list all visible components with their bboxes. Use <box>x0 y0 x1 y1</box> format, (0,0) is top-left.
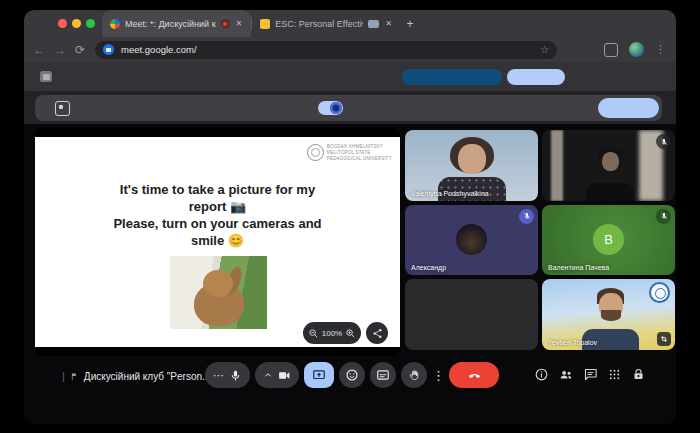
overlay-logo-icon <box>649 282 670 303</box>
logo-line: MELITOPOL STATE <box>327 150 392 155</box>
more-options-button[interactable]: ⋮ <box>432 368 444 383</box>
new-tab-button[interactable]: + <box>401 10 419 37</box>
hand-icon <box>408 369 421 382</box>
participant-face <box>602 152 619 171</box>
site-icon <box>103 44 114 55</box>
address-bar[interactable]: meet.google.com/ ☆ <box>95 41 557 59</box>
leave-call-button[interactable] <box>449 362 499 388</box>
extensions-icon[interactable] <box>604 43 618 57</box>
apps-grid-icon[interactable] <box>607 367 622 382</box>
divider: | <box>62 370 65 382</box>
slide: BOGDAN KHMELNITSKY MELITOPOL STATE PEDAG… <box>35 137 400 347</box>
participant-tile[interactable]: B Валентина Пачева <box>542 205 675 276</box>
meeting-panels <box>534 367 646 382</box>
camera-icon <box>278 369 291 382</box>
browser-menu-icon[interactable]: ⋮ <box>655 43 666 56</box>
slide-text-line: report 📷 <box>35 198 400 215</box>
info-icon[interactable] <box>534 367 549 382</box>
tab-label: ESC: Personal Effectiven <box>275 19 363 29</box>
tab-elc-course[interactable]: ESC: Personal Effectiven ✕ <box>252 10 401 37</box>
minimize-window-button[interactable] <box>72 19 81 28</box>
tabs-container: Meet: *: Дискусійний к ✕ ESC: Personal E… <box>102 10 419 37</box>
banner-primary-button[interactable] <box>402 69 502 85</box>
participant-tile[interactable] <box>542 130 675 201</box>
back-icon[interactable]: ← <box>33 44 45 56</box>
forward-icon[interactable]: → <box>54 44 66 56</box>
banner-secondary-button[interactable] <box>507 69 565 85</box>
meet-control-bar: | Дискусійний клуб "Person... ⋯ <box>24 357 676 424</box>
participant-name: Александр <box>411 264 446 271</box>
zoom-in-icon[interactable] <box>345 328 356 339</box>
tab-label: Meet: *: Дискусійний к <box>125 19 216 29</box>
participant-tile[interactable]: Valentyna Podshyvalkina <box>405 130 538 201</box>
university-logo: BOGDAN KHMELNITSKY MELITOPOL STATE PEDAG… <box>307 144 392 161</box>
reactions-button[interactable] <box>339 362 365 388</box>
present-screen-button[interactable] <box>304 362 334 388</box>
url-text: meet.google.com/ <box>121 44 540 55</box>
sharing-bar-row <box>24 91 676 124</box>
end-call-icon <box>467 368 482 383</box>
close-tab-icon[interactable]: ✕ <box>235 19 244 28</box>
slide-text: It's time to take a picture for my repor… <box>35 181 400 249</box>
zoom-controls: 100% <box>303 322 361 344</box>
university-emblem-icon <box>307 144 324 161</box>
chat-icon[interactable] <box>583 367 598 382</box>
meeting-info: | Дискусійний клуб "Person... <box>62 366 210 386</box>
logo-line: BOGDAN KHMELNITSKY <box>327 144 392 149</box>
participant-tile[interactable]: Александр <box>405 205 538 276</box>
close-tab-icon[interactable]: ✕ <box>384 19 393 28</box>
zoom-out-icon[interactable] <box>308 328 319 339</box>
university-logo-text: BOGDAN KHMELNITSKY MELITOPOL STATE PEDAG… <box>327 144 392 161</box>
bunny-photo <box>170 256 267 329</box>
toolbar-right: ⋮ <box>604 37 666 62</box>
bunny-head <box>203 270 233 297</box>
stop-sharing-button[interactable] <box>598 98 659 118</box>
profile-avatar[interactable] <box>629 42 644 57</box>
slide-text-line: Please, turn on your cameras and <box>35 215 400 232</box>
page-thumbnail-icon <box>40 71 52 82</box>
chevron-up-icon[interactable] <box>263 370 273 380</box>
captions-button[interactable] <box>370 362 396 388</box>
sharing-bar <box>35 95 662 121</box>
slide-text-line: smile 😊 <box>35 232 400 249</box>
camera-in-use-icon <box>221 19 230 28</box>
participant-face <box>458 144 486 174</box>
captions-icon <box>376 368 390 382</box>
maximize-window-button[interactable] <box>86 19 95 28</box>
tile-options-icon[interactable] <box>657 332 671 346</box>
share-toggle[interactable] <box>318 101 343 115</box>
mic-options-icon[interactable]: ⋯ <box>213 370 224 381</box>
tab-meet[interactable]: Meet: *: Дискусійний к ✕ <box>102 10 251 37</box>
participants-grid: Valentyna Podshyvalkina Александр <box>405 130 675 350</box>
mic-button[interactable]: ⋯ <box>205 362 250 388</box>
share-icon <box>372 328 383 339</box>
participant-name: Yevhen Topalov <box>548 339 597 346</box>
participant-avatar: B <box>593 224 624 255</box>
participant-tile[interactable]: Yevhen Topalov <box>542 279 675 350</box>
screen-share-icon <box>55 101 70 116</box>
presentation-tile[interactable]: BOGDAN KHMELNITSKY MELITOPOL STATE PEDAG… <box>35 128 400 356</box>
zoom-level: 100% <box>322 329 342 338</box>
bookmark-star-icon[interactable]: ☆ <box>540 44 549 55</box>
participant-tile[interactable] <box>405 279 538 350</box>
close-window-button[interactable] <box>58 19 67 28</box>
participant-avatar <box>456 224 487 255</box>
tab-media-icon <box>368 20 379 28</box>
mic-icon <box>229 369 242 382</box>
mic-muted-icon <box>519 209 534 224</box>
meet-favicon-icon <box>110 19 120 29</box>
reload-icon[interactable]: ⟳ <box>75 44 85 56</box>
course-favicon-icon <box>260 19 270 29</box>
notification-banner <box>24 62 676 91</box>
host-controls-lock-icon[interactable] <box>631 367 646 382</box>
camera-button[interactable] <box>255 362 299 388</box>
logo-line: PEDAGOGICAL UNIVERSITY <box>327 156 392 161</box>
share-presentation-button[interactable] <box>366 322 388 344</box>
participant-name: Valentyna Podshyvalkina <box>411 190 489 197</box>
participant-beard <box>601 310 621 321</box>
present-icon <box>312 368 326 382</box>
people-icon[interactable] <box>558 367 574 382</box>
screenshot-stage: Meet: *: Дискусійний к ✕ ESC: Personal E… <box>0 0 700 433</box>
avatar-letter: B <box>604 232 613 247</box>
raise-hand-button[interactable] <box>401 362 427 388</box>
